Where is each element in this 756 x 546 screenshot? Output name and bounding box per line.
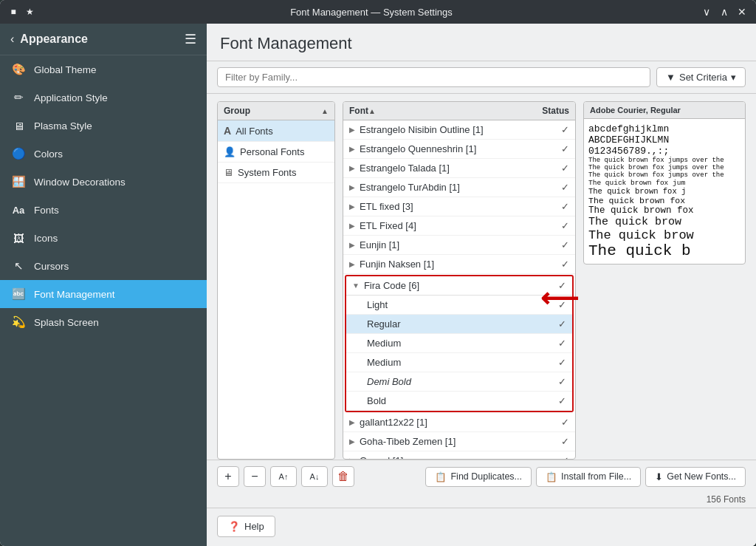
group-panel-header: Group ▲ [218,102,334,120]
minimize-button[interactable]: ∨ [700,5,713,18]
font-row-etl-fixed-4[interactable]: ▶ ETL Fixed [4] ✓ [343,216,575,236]
sidebar-item-font-management[interactable]: 🔤 Font Management [0,280,207,308]
back-arrow-icon[interactable]: ‹ [10,33,14,46]
font-row-eunjin[interactable]: ▶ Eunjin [1] ✓ [343,236,575,255]
font-panel: Font ▲ Status ▶ Estrangelo Nisibin Outli… [343,101,576,460]
expand-icon: ▶ [349,241,355,249]
font-row-fira-medium2[interactable]: Medium ✓ [346,353,572,372]
sidebar-label-cursors: Cursors [34,261,69,272]
font-name: Estrangelo TurAbdin [1] [360,182,558,193]
font-name: Estrangelo Talada [1] [360,163,558,174]
personal-fonts-icon: 👤 [224,146,236,157]
font-row-funjin[interactable]: ▶ Funjin Naksen [1] ✓ [343,255,575,274]
close-button[interactable]: ✕ [735,5,749,18]
font-check: ✓ [558,338,566,349]
get-new-icon: ⬇ [655,471,663,482]
delete-font-button[interactable]: 🗑 [332,466,354,487]
font-row-fira-light[interactable]: Light ✓ [346,296,572,315]
font-row-estrangelo-quenneshrin[interactable]: ▶ Estrangelo Quenneshrin [1] ✓ [343,140,575,159]
size-up-button[interactable]: A↑ [270,466,297,487]
font-check: ✓ [561,163,569,174]
font-name: ETL Fixed [4] [360,220,558,231]
sidebar-label-application-style: Application Style [34,92,108,103]
font-row-estrangelo-nisibin[interactable]: ▶ Estrangelo Nisibin Outline [1] ✓ [343,120,575,140]
font-row-goha[interactable]: ▶ Goha-Tibeb Zemen [1] ✓ [343,432,575,451]
font-name: Funjin Naksen [1] [360,259,558,270]
sidebar-item-global-theme[interactable]: 🎨 Global Theme [0,55,207,83]
help-button[interactable]: ❓ Help [217,516,275,537]
preview-header: Adobe Courier, Regular [584,102,745,119]
expand-icon: ▶ [349,164,355,172]
install-icon: 📋 [546,471,557,482]
set-criteria-button[interactable]: ▼ Set Criteria ▾ [656,67,746,87]
font-row-etl-fixed-3[interactable]: ▶ ETL fixed [3] ✓ [343,197,575,216]
find-duplicates-button[interactable]: 📋 Find Duplicates... [425,467,532,487]
get-new-fonts-button[interactable]: ⬇ Get New Fonts... [645,467,746,487]
group-item-all-fonts[interactable]: A All Fonts [218,120,334,142]
sidebar-item-fonts[interactable]: Aa Fonts [0,196,207,224]
font-name: Light [367,299,555,310]
font-name: Regular [367,318,555,330]
font-name: Demi Bold [367,376,555,387]
font-check: ✓ [561,239,569,250]
group-header-label: Group [224,106,250,116]
sidebar-item-icons[interactable]: 🖼 Icons [0,224,207,252]
sidebar-label-window-decorations: Window Decorations [34,177,126,188]
font-check: ✓ [558,357,566,368]
font-check: ✓ [561,259,569,270]
fira-code-group: ▼ Fira Code [6] ✓ Light ✓ Regular ✓ [345,275,574,412]
font-row-fira-bold[interactable]: Bold ✓ [346,392,572,411]
status-header-label: Status [542,106,569,116]
remove-font-button[interactable]: − [244,466,266,487]
font-sort-icon: ▲ [368,107,376,115]
group-label-all-fonts: All Fonts [236,126,273,137]
preview-line-9: The quick brown fox [588,196,740,205]
font-row-fira-demibold[interactable]: Demi Bold ✓ [346,372,572,392]
preview-line-1: abcdefghijklmn [588,123,740,134]
font-header-label: Font [349,106,368,116]
filter-input[interactable] [217,67,650,87]
font-name: Bold [367,395,555,406]
expand-icon: ▶ [349,260,355,268]
preview-line-3: 0123456789.,:; [588,146,740,157]
preview-line-7: The quick brown fox jum [588,179,740,187]
font-row-estrangelo-talada[interactable]: ▶ Estrangelo Talada [1] ✓ [343,159,575,178]
sidebar-back-label: Appearance [20,33,88,46]
titlebar-pin-icon: ★ [24,6,35,18]
sidebar-menu-icon[interactable]: ☰ [185,31,196,47]
sidebar-label-splash-screen: Splash Screen [34,317,99,328]
sidebar-item-window-decorations[interactable]: 🪟 Window Decorations [0,168,207,196]
font-row-fira-medium1[interactable]: Medium ✓ [346,334,572,353]
font-check: ✓ [558,376,566,387]
sidebar-item-splash-screen[interactable]: 💫 Splash Screen [0,308,207,336]
size-down-button[interactable]: A↓ [301,466,328,487]
titlebar-controls[interactable]: ∨ ∧ ✕ [700,5,749,18]
sidebar-item-application-style[interactable]: ✏ Application Style [0,83,207,112]
add-font-button[interactable]: + [217,466,239,487]
filter-row: ▼ Set Criteria ▾ [207,61,756,94]
preview-line-12: The quick brow [588,228,740,242]
sidebar-item-colors[interactable]: 🔵 Colors [0,140,207,168]
font-row-fira-regular[interactable]: Regular ✓ [346,315,572,334]
splash-screen-icon: 💫 [10,314,27,330]
maximize-button[interactable]: ∧ [718,5,731,18]
font-row-gallant[interactable]: ▶ gallant12x22 [1] ✓ [343,413,575,432]
font-row-fira-code[interactable]: ▼ Fira Code [6] ✓ [346,276,572,296]
application-style-icon: ✏ [10,89,27,106]
font-row-estrangelo-turabdin[interactable]: ▶ Estrangelo TurAbdin [1] ✓ [343,178,575,197]
font-check: ✓ [558,395,566,406]
font-name: Estrangelo Nisibin Outline [1] [360,124,558,135]
expand-icon: ▶ [349,457,355,459]
expand-icon: ▼ [352,281,360,290]
expand-icon: ▶ [349,183,355,191]
preview-line-4: The quick brown fox jumps over the [588,157,740,164]
group-item-system-fonts[interactable]: 🖥 System Fonts [218,163,334,183]
expand-icon: ▶ [349,202,355,211]
font-row-guseul[interactable]: ▶ Guseul [1] ✓ [343,451,575,459]
group-item-personal-fonts[interactable]: 👤 Personal Fonts [218,142,334,163]
sidebar-item-plasma-style[interactable]: 🖥 Plasma Style [0,112,207,140]
sidebar-item-cursors[interactable]: ↖ Cursors [0,252,207,280]
titlebar-app-icon: ■ [7,6,19,18]
install-from-file-button[interactable]: 📋 Install from File... [536,467,641,487]
font-name: Guseul [1] [360,455,558,459]
